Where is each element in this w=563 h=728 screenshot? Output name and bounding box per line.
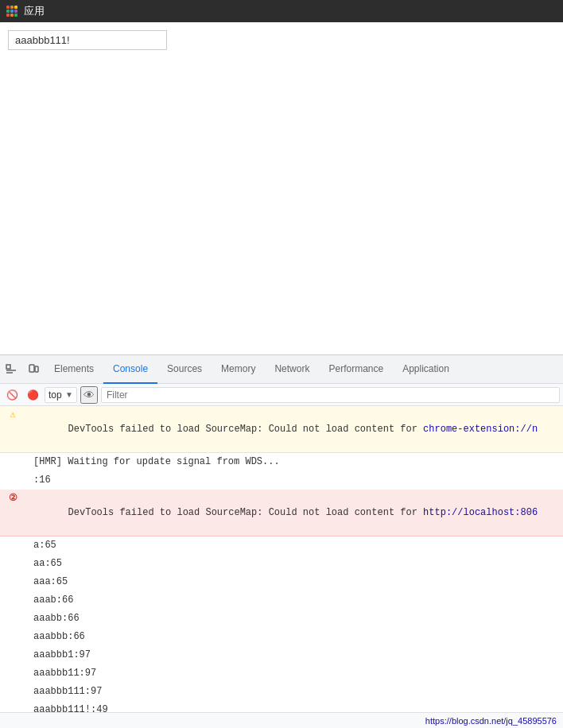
- device-toolbar-button[interactable]: [22, 358, 45, 381]
- console-warning-line-1: ⚠ DevTools failed to load SourceMap: Cou…: [0, 406, 563, 453]
- warning-link-1[interactable]: chrome-extension://n: [423, 424, 538, 435]
- tab-network[interactable]: Network: [265, 355, 319, 384]
- text-aaa65: aaa:65: [33, 575, 557, 589]
- text-input[interactable]: [8, 30, 167, 50]
- preserve-log-button[interactable]: 🔴: [24, 386, 41, 404]
- tab-memory[interactable]: Memory: [212, 355, 265, 384]
- console-line-16: :16: [0, 471, 563, 490]
- context-selector[interactable]: top: [49, 389, 73, 401]
- status-bar: https://blog.csdn.net/jq_45895576: [0, 712, 563, 728]
- console-hmr-line: [HMR] Waiting for update signal from WDS…: [0, 453, 563, 471]
- console-line-aaabbb1197: aaabbb11:97: [0, 664, 563, 683]
- tab-application[interactable]: Application: [393, 355, 459, 384]
- tab-elements[interactable]: Elements: [45, 355, 103, 384]
- text-a65: a:65: [33, 538, 557, 552]
- console-line-aaabbb66: aaabbb:66: [0, 628, 563, 646]
- top-bar: 应用: [0, 0, 563, 22]
- error-text-2: DevTools failed to load SourceMap: Could…: [68, 507, 423, 518]
- error-link-2[interactable]: http://localhost:806: [423, 507, 538, 518]
- text-aaab66: aaab:66: [33, 593, 557, 607]
- console-error-line-2: ② DevTools failed to load SourceMap: Cou…: [0, 490, 563, 536]
- text-aaabbb111b49: aaabbb111!:49: [33, 703, 557, 712]
- console-line-aaabb66: aaabb:66: [0, 610, 563, 628]
- text-aaabbb11197: aaabbb111:97: [33, 684, 557, 699]
- tab-sources[interactable]: Sources: [157, 355, 212, 384]
- main-content: [0, 22, 563, 354]
- console-line-aaab66: aaab:66: [0, 591, 563, 610]
- filter-input[interactable]: [101, 387, 560, 403]
- svg-rect-4: [35, 366, 38, 372]
- inspect-element-button[interactable]: [0, 358, 22, 381]
- console-line-aaabbb197: aaabbb1:97: [0, 646, 563, 664]
- eye-button[interactable]: 👁: [80, 386, 98, 404]
- console-line-aaabbb11197: aaabbb111:97: [0, 683, 563, 701]
- svg-rect-0: [6, 365, 10, 369]
- text-aaabbb66: aaabbb:66: [33, 629, 557, 644]
- console-line-a65: a:65: [0, 536, 563, 555]
- console-line-aaabbb111b49: aaabbb111!:49: [0, 701, 563, 712]
- text-aa65: aa:65: [33, 556, 557, 571]
- devtools-panel: Elements Console Sources Memory Network …: [0, 354, 563, 728]
- text-aaabb66: aaabb:66: [33, 611, 557, 625]
- context-selector-wrapper: top ▼: [45, 387, 77, 403]
- status-link[interactable]: https://blog.csdn.net/jq_45895576: [425, 716, 557, 726]
- tab-console[interactable]: Console: [103, 355, 157, 384]
- console-toolbar: 🚫 🔴 top ▼ 👁: [0, 384, 563, 406]
- text-aaabbb197: aaabbb1:97: [33, 648, 557, 662]
- svg-rect-3: [29, 365, 34, 372]
- tab-performance[interactable]: Performance: [319, 355, 393, 384]
- clear-console-button[interactable]: 🚫: [3, 386, 21, 404]
- error-icon-2: ②: [6, 491, 19, 505]
- top-bar-title: 应用: [24, 4, 45, 18]
- devtools-tab-bar: Elements Console Sources Memory Network …: [0, 355, 563, 384]
- warning-icon-1: ⚠: [6, 408, 19, 422]
- warning-text-1: DevTools failed to load SourceMap: Could…: [68, 424, 423, 435]
- line-16-text: :16: [33, 473, 557, 487]
- grid-icon: [6, 6, 17, 17]
- app-icon: [6, 6, 17, 17]
- hmr-text: [HMR] Waiting for update signal from WDS…: [33, 455, 557, 469]
- console-line-aaa65: aaa:65: [0, 573, 563, 591]
- text-aaabbb1197: aaabbb11:97: [33, 666, 557, 680]
- console-output[interactable]: ⚠ DevTools failed to load SourceMap: Cou…: [0, 406, 563, 712]
- console-line-aa65: aa:65: [0, 555, 563, 573]
